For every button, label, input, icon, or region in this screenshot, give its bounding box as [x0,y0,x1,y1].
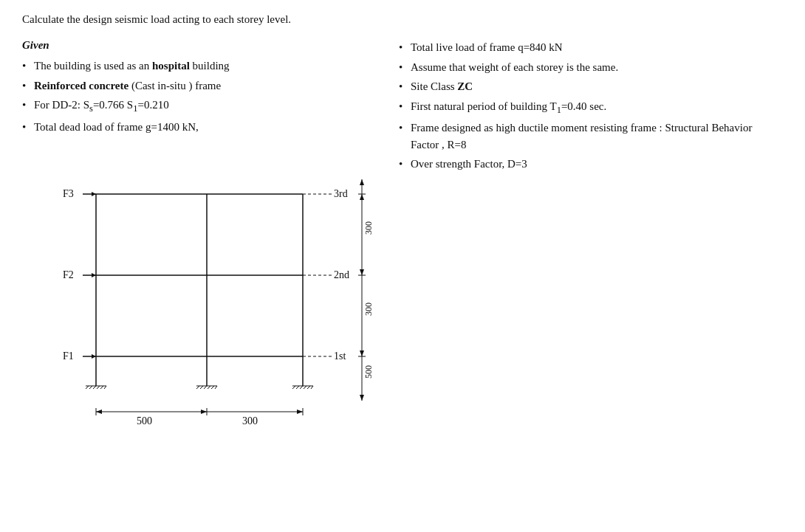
f2-label: F2 [63,269,74,280]
svg-marker-46 [96,410,102,414]
right-bullet-6: Over strength Factor, D=3 [399,156,783,173]
level2-label: 2nd [334,269,349,280]
svg-marker-47 [201,410,207,414]
svg-marker-38 [360,395,364,401]
page-title: Calculate the design seismic load acting… [22,13,783,26]
svg-line-17 [208,386,210,389]
right-bullet-2: Assume that weight of each storey is the… [399,59,783,76]
svg-marker-42 [360,194,364,200]
svg-line-14 [196,386,199,389]
svg-line-11 [100,386,103,389]
svg-line-26 [311,386,313,389]
svg-marker-32 [92,354,96,359]
svg-marker-37 [360,179,364,185]
svg-line-12 [104,386,106,389]
svg-line-24 [304,386,306,389]
svg-line-15 [200,386,203,389]
svg-line-21 [292,386,295,389]
svg-line-7 [86,386,89,389]
left-bullet-list: The building is used as an hospital buil… [22,58,377,135]
vert-dim-300-mid: 300 [363,303,374,316]
svg-line-9 [93,386,96,389]
f3-label: F3 [63,188,74,199]
right-bullet-1: Total live load of frame q=840 kN [399,39,783,56]
right-bullet-3: Site Class ZC [399,78,783,95]
left-bullet-1: The building is used as an hospital buil… [22,58,377,75]
svg-line-25 [307,386,310,389]
horiz-dim-300: 300 [242,415,258,426]
svg-marker-51 [297,410,303,414]
svg-line-19 [215,386,217,389]
svg-line-16 [204,386,207,389]
structural-diagram: .diag-text { font-family: "Times New Rom… [22,157,406,438]
left-bullet-2: Reinforced concrete (Cast in-situ ) fram… [22,77,377,94]
svg-line-8 [89,386,92,389]
svg-marker-28 [92,192,96,196]
vert-dim-500-bot: 500 [363,365,374,379]
svg-line-18 [211,386,214,389]
right-bullet-5: Frame designed as high ductile moment re… [399,120,783,153]
svg-line-10 [97,386,100,389]
left-bullet-3: For DD-2: Ss=0.766 S1=0.210 [22,97,377,116]
left-bullet-4: Total dead load of frame g=1400 kN, [22,119,377,136]
svg-line-22 [296,386,299,389]
right-bullet-list: Total live load of frame q=840 kN Assume… [399,39,783,173]
svg-marker-30 [92,273,96,277]
svg-marker-44 [360,350,364,356]
vert-dim-300-top: 300 [363,221,374,235]
right-bullet-4: First natural period of building T1=0.40… [399,98,783,117]
horiz-dim-500: 500 [137,415,152,426]
svg-line-23 [300,386,303,389]
level1-label: 1st [334,350,346,362]
f1-label: F1 [63,350,74,362]
given-label: Given [22,39,377,52]
level3-label: 3rd [334,188,348,199]
svg-marker-43 [360,269,364,275]
